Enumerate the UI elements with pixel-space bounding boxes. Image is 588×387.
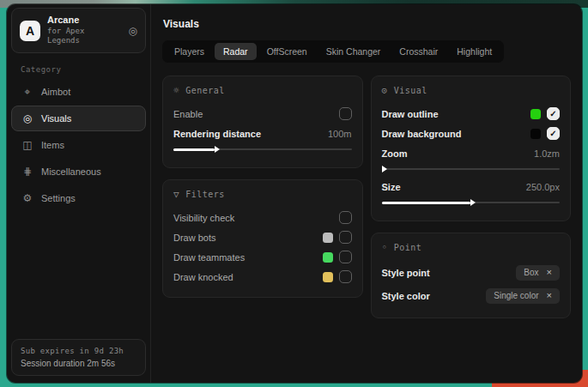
settings-icon: ⚙	[21, 192, 33, 204]
zoom-row: Zoom 1.0zm	[382, 143, 561, 163]
draw-bots-checkbox[interactable]	[339, 231, 352, 244]
aimbot-icon: ⌖	[21, 86, 33, 98]
tab-crosshair[interactable]: Crosshair	[391, 43, 446, 60]
tab-players[interactable]: Players	[166, 43, 213, 60]
enable-label: Enable	[173, 109, 203, 119]
visual-panel-header: ⊙ Visual	[382, 85, 561, 96]
style-point-row: Style point Box ×	[382, 261, 561, 284]
tab-highlight[interactable]: Highlight	[448, 43, 500, 60]
visual-panel-title: Visual	[394, 86, 427, 95]
filter-icon: ▽	[173, 189, 179, 200]
draw-bots-label: Draw bots	[173, 233, 216, 243]
app-window: A Arcane for Apex Legends ◎ Category ⌖ A…	[7, 4, 582, 383]
draw-teammates-color-swatch[interactable]	[323, 252, 333, 263]
slider-track	[382, 168, 561, 170]
point-icon: ◦	[382, 242, 388, 253]
draw-outline-color-swatch[interactable]	[530, 109, 541, 119]
size-label: Size	[382, 182, 401, 192]
visibility-check-label: Visibility check	[173, 213, 234, 223]
tab-skin-changer[interactable]: Skin Changer	[318, 43, 390, 60]
draw-bots-row: Draw bots	[173, 227, 352, 247]
zoom-slider[interactable]	[382, 165, 561, 173]
visibility-check-checkbox[interactable]	[339, 211, 352, 224]
rendering-distance-row: Rendering distance 100m	[173, 124, 352, 143]
enable-row: Enable	[173, 104, 352, 124]
rendering-distance-value: 100m	[328, 129, 352, 139]
close-icon[interactable]: ×	[547, 268, 552, 277]
sidebar-item-miscellaneous[interactable]: ⋕ Miscellaneous	[11, 159, 146, 184]
draw-background-color-swatch[interactable]	[530, 129, 541, 139]
sidebar-item-label: Visuals	[41, 113, 71, 124]
draw-teammates-row: Draw teammates	[173, 247, 352, 267]
draw-background-row: Draw background ✓	[382, 124, 561, 143]
draw-background-label: Draw background	[382, 129, 462, 139]
app-subtitle: for Apex Legends	[47, 27, 122, 46]
general-panel-header: ☼ General	[173, 85, 352, 96]
app-logo: A	[20, 21, 40, 41]
draw-teammates-checkbox[interactable]	[339, 251, 352, 263]
draw-outline-row: Draw outline ✓	[382, 104, 561, 124]
draw-background-checkbox[interactable]: ✓	[547, 127, 560, 140]
style-color-label: Style color	[382, 291, 430, 301]
style-point-label: Style point	[382, 268, 430, 278]
style-color-tag-label: Single color	[494, 291, 538, 300]
sidebar-item-label: Miscellaneous	[41, 166, 101, 177]
content: ☼ General Enable Rendering distance 100m	[162, 76, 571, 318]
visual-panel: ⊙ Visual Draw outline ✓ Draw background	[371, 76, 572, 221]
sidebar-item-settings[interactable]: ⚙ Settings	[11, 185, 146, 211]
draw-knocked-label: Draw knocked	[173, 272, 233, 282]
sidebar-item-label: Items	[41, 140, 64, 150]
size-slider[interactable]	[382, 198, 561, 207]
draw-outline-label: Draw outline	[382, 109, 439, 119]
check-icon: ✓	[549, 129, 556, 138]
visuals-icon: ◎	[21, 112, 33, 124]
style-color-tag[interactable]: Single color ×	[486, 288, 560, 304]
sidebar-item-aimbot[interactable]: ⌖ Aimbot	[11, 79, 146, 105]
filters-panel-title: Filters	[185, 190, 225, 199]
style-point-tag[interactable]: Box ×	[516, 265, 560, 281]
app-header: A Arcane for Apex Legends ◎	[11, 8, 146, 53]
general-panel: ☼ General Enable Rendering distance 100m	[162, 76, 363, 168]
close-icon[interactable]: ×	[547, 291, 552, 300]
sidebar-item-visuals[interactable]: ◎ Visuals	[11, 106, 146, 131]
general-panel-title: General	[185, 86, 225, 95]
draw-outline-checkbox[interactable]: ✓	[547, 107, 560, 120]
left-column: ☼ General Enable Rendering distance 100m	[162, 76, 363, 298]
style-point-tag-label: Box	[524, 268, 538, 277]
point-panel: ◦ Point Style point Box × Style color	[371, 233, 572, 318]
tab-offscreen[interactable]: OffScreen	[258, 43, 316, 60]
style-color-row: Style color Single color ×	[382, 284, 561, 307]
category-label: Category	[21, 65, 146, 74]
desktop-background: A Arcane for Apex Legends ◎ Category ⌖ A…	[0, 0, 588, 387]
draw-knocked-checkbox[interactable]	[339, 270, 352, 283]
sidebar-item-items[interactable]: ◫ Items	[11, 132, 146, 158]
enable-checkbox[interactable]	[339, 107, 352, 120]
session-duration-text: Session duration 2m 56s	[21, 359, 136, 368]
tab-radar[interactable]: Radar	[215, 43, 257, 60]
subscription-info-box: Sub expires in 9d 23h Session duration 2…	[11, 339, 146, 376]
eye-icon: ⊙	[382, 85, 388, 96]
rendering-distance-label: Rendering distance	[173, 129, 261, 139]
draw-bots-color-swatch[interactable]	[323, 233, 333, 243]
point-panel-header: ◦ Point	[382, 242, 561, 253]
miscellaneous-icon: ⋕	[21, 166, 33, 178]
filters-panel-header: ▽ Filters	[173, 189, 352, 200]
point-panel-title: Point	[394, 243, 422, 252]
sidebar-item-label: Aimbot	[41, 87, 70, 97]
right-column: ⊙ Visual Draw outline ✓ Draw background	[371, 76, 572, 318]
crosshair-icon[interactable]: ◎	[129, 25, 137, 37]
general-icon: ☼	[173, 85, 179, 96]
draw-knocked-color-swatch[interactable]	[323, 272, 333, 282]
slider-fill	[173, 148, 215, 151]
sub-expires-text: Sub expires in 9d 23h	[21, 347, 136, 355]
sidebar-item-label: Settings	[41, 193, 76, 203]
size-value: 250.0px	[526, 182, 560, 192]
rendering-distance-slider[interactable]	[173, 145, 352, 154]
check-icon: ✓	[549, 109, 556, 118]
zoom-value: 1.0zm	[534, 148, 560, 159]
zoom-label: Zoom	[382, 148, 408, 159]
items-icon: ◫	[21, 139, 33, 151]
size-row: Size 250.0px	[382, 177, 561, 197]
app-title-block: Arcane for Apex Legends	[47, 15, 122, 46]
sidebar: A Arcane for Apex Legends ◎ Category ⌖ A…	[7, 4, 151, 383]
